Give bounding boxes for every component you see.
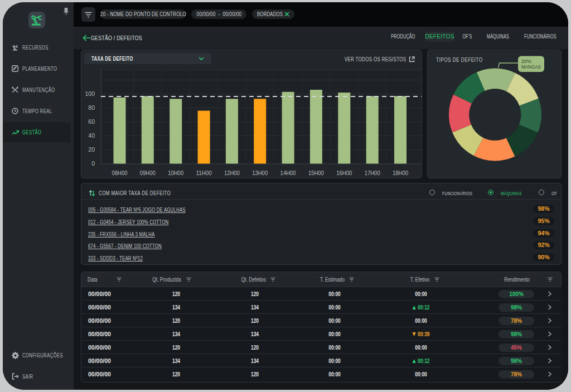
svg-text:0: 0 bbox=[91, 160, 95, 167]
svg-text:13H00: 13H00 bbox=[252, 170, 268, 176]
svg-text:14H00: 14H00 bbox=[280, 170, 296, 176]
svg-text:12H00: 12H00 bbox=[224, 170, 240, 176]
svg-text:18H00: 18H00 bbox=[393, 170, 408, 176]
svg-text:MANGAS: MANGAS bbox=[521, 64, 541, 70]
svg-text:20%: 20% bbox=[521, 59, 531, 64]
svg-text:15H00: 15H00 bbox=[308, 170, 324, 176]
svg-text:60: 60 bbox=[88, 118, 95, 125]
svg-text:80: 80 bbox=[88, 104, 95, 111]
svg-text:100: 100 bbox=[85, 90, 95, 97]
svg-text:11H00: 11H00 bbox=[196, 170, 212, 176]
svg-text:08H00: 08H00 bbox=[112, 170, 128, 176]
svg-text:20: 20 bbox=[88, 146, 95, 153]
svg-text:17H00: 17H00 bbox=[365, 170, 380, 176]
svg-text:09H00: 09H00 bbox=[140, 170, 156, 176]
svg-text:16H00: 16H00 bbox=[336, 170, 352, 176]
svg-text:10H00: 10H00 bbox=[168, 170, 183, 176]
svg-text:40: 40 bbox=[88, 132, 95, 139]
